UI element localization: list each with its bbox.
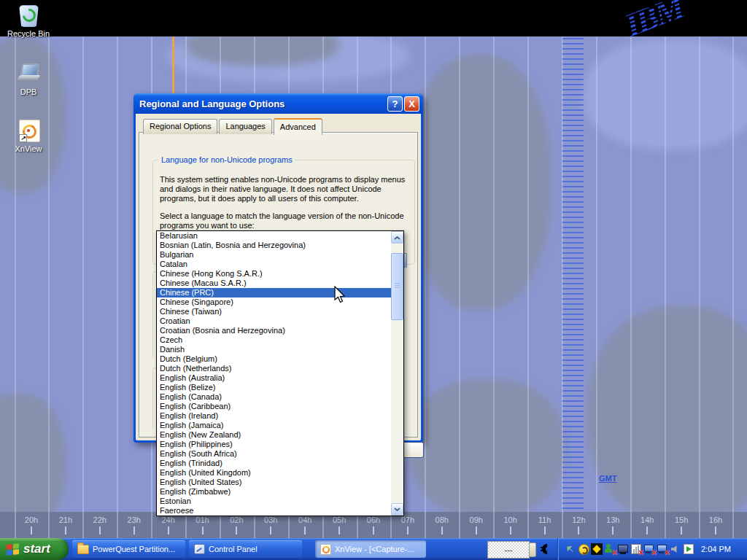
network-computers-icon[interactable] xyxy=(617,543,629,555)
safely-remove-icon[interactable] xyxy=(565,543,576,555)
language-option[interactable]: Chinese (Hong Kong S.A.R.) xyxy=(157,269,391,279)
scrollbar[interactable] xyxy=(391,231,403,516)
language-option[interactable]: English (Jamaica) xyxy=(157,421,391,430)
network-disconnected-icon[interactable]: × xyxy=(643,543,655,555)
tab-languages[interactable]: Languages xyxy=(219,119,271,134)
language-option[interactable]: English (Caribbean) xyxy=(157,402,391,411)
antivirus-icon[interactable] xyxy=(591,543,603,555)
help-button[interactable]: ? xyxy=(387,96,403,112)
language-option[interactable]: English (New Zealand) xyxy=(157,430,391,440)
language-option[interactable]: Catalan xyxy=(157,260,391,269)
taskbar-button-xnview[interactable]: XnView - [<Capture-... xyxy=(315,540,426,558)
language-option[interactable]: English (Ireland) xyxy=(157,411,391,421)
desktop: GMT 20h21h22h23h24h01h02h03h04h05h06h07h… xyxy=(0,0,747,560)
language-option[interactable]: Belarusian xyxy=(157,231,391,241)
language-option[interactable]: Danish xyxy=(157,345,391,354)
map-landmass xyxy=(0,36,66,193)
taskbar-clock[interactable]: 2:04 PM xyxy=(701,545,740,553)
language-option[interactable]: Chinese (Macau S.A.R.) xyxy=(157,279,391,288)
language-option[interactable]: English (Australia) xyxy=(157,373,391,383)
signal-disabled-icon[interactable]: × xyxy=(630,543,642,555)
wireless-disconnected-icon[interactable]: × xyxy=(657,543,668,555)
timezone-boundary xyxy=(732,36,734,512)
desk-band[interactable]: --- xyxy=(487,541,530,559)
language-option[interactable]: English (Canada) xyxy=(157,392,391,402)
tab-strip: Regional Options Languages Advanced xyxy=(143,118,324,134)
desk-band-grip[interactable] xyxy=(529,542,536,557)
desktop-icon-dpb[interactable]: DPB xyxy=(1,61,56,96)
language-list-items: BelarusianBosnian (Latin, Bosnia and Her… xyxy=(157,231,391,516)
language-option[interactable]: Dutch (Belgium) xyxy=(157,354,391,364)
hour-label: 13h xyxy=(606,516,619,524)
hour-tick xyxy=(441,526,443,534)
desktop-icon-label: XnView xyxy=(13,144,43,153)
hour-tick xyxy=(202,526,204,534)
language-option[interactable]: English (Philippines) xyxy=(157,440,391,449)
language-option[interactable]: Bulgarian xyxy=(157,250,391,260)
language-option[interactable]: Estonian xyxy=(157,497,391,506)
taskbar-button-control-panel[interactable]: Control Panel xyxy=(189,540,302,558)
language-option[interactable]: Czech xyxy=(157,335,391,345)
map-landmass xyxy=(409,55,551,310)
display-settings-icon[interactable] xyxy=(683,543,694,555)
scroll-down-button[interactable] xyxy=(391,503,403,516)
language-option[interactable]: Dutch (Netherlands) xyxy=(157,364,391,373)
hour-tick xyxy=(99,526,101,534)
hour-label: 24h xyxy=(161,516,174,524)
scrollbar-track[interactable] xyxy=(391,244,403,503)
language-option[interactable]: Croatian (Bosnia and Herzegovina) xyxy=(157,326,391,335)
hour-tick xyxy=(715,526,716,534)
hour-label: 06h xyxy=(367,516,380,524)
gmt-meridian-band xyxy=(562,38,584,512)
hour-tick xyxy=(168,526,169,534)
hour-tick xyxy=(646,526,648,534)
language-option[interactable]: Chinese (Taiwan) xyxy=(157,307,391,316)
hour-label: 14h xyxy=(640,516,654,524)
hour-tick xyxy=(510,526,511,534)
desktop-icon-recycle-bin[interactable]: Recycle Bin xyxy=(1,3,56,38)
volume-icon[interactable] xyxy=(670,543,681,555)
desktop-icon-label: DPB xyxy=(19,88,39,96)
timezone-boundary xyxy=(665,36,666,512)
folder-icon xyxy=(77,545,89,554)
desktop-icon-xnview[interactable]: ↗ XnView xyxy=(1,118,56,153)
hour-tick xyxy=(31,526,32,534)
taskbar-button-powerquest[interactable]: PowerQuest Partition... xyxy=(72,540,185,558)
hour-label: 11h xyxy=(538,516,551,524)
scroll-up-button[interactable] xyxy=(391,231,403,244)
hour-band-separator xyxy=(425,512,426,538)
language-option[interactable]: Bosnian (Latin, Bosnia and Herzegovina) xyxy=(157,241,391,250)
power-plug-icon[interactable] xyxy=(540,542,553,556)
tab-regional-options[interactable]: Regional Options xyxy=(143,119,217,134)
hour-band-separator xyxy=(699,512,700,538)
language-option[interactable]: English (South Africa) xyxy=(157,449,391,459)
language-option[interactable]: English (Zimbabwe) xyxy=(157,487,391,497)
language-option[interactable]: Chinese (Singapore) xyxy=(157,298,391,307)
tab-advanced[interactable]: Advanced xyxy=(274,118,322,135)
description-text: This system setting enables non-Unicode … xyxy=(160,175,417,203)
language-option[interactable]: English (United Kingdom) xyxy=(157,468,391,478)
language-option[interactable]: English (United States) xyxy=(157,478,391,487)
scrollbar-thumb[interactable] xyxy=(391,253,403,320)
language-option[interactable]: Chinese (PRC) xyxy=(157,288,391,298)
dialog-titlebar[interactable]: Regional and Language Options ? X xyxy=(133,93,423,114)
windows-logo-icon xyxy=(7,543,19,556)
hour-label: 03h xyxy=(264,516,277,524)
start-button[interactable]: start xyxy=(0,538,69,560)
hour-tick xyxy=(65,526,66,534)
language-option[interactable]: Croatian xyxy=(157,316,391,326)
hour-tick xyxy=(681,526,682,534)
hour-tick xyxy=(338,526,340,534)
hour-label: 09h xyxy=(470,516,483,524)
hour-band-separator xyxy=(562,512,563,538)
messenger-offline-icon[interactable]: × xyxy=(604,543,616,555)
hour-band-separator xyxy=(493,512,495,538)
hour-label: 02h xyxy=(230,516,243,524)
hour-label: 01h xyxy=(196,516,209,524)
language-option[interactable]: Faeroese xyxy=(157,506,391,516)
language-option[interactable]: English (Belize) xyxy=(157,383,391,392)
language-option[interactable]: English (Trinidad) xyxy=(157,459,391,468)
map-landmass xyxy=(409,379,565,518)
support-agent-icon[interactable] xyxy=(578,543,589,555)
close-button[interactable]: X xyxy=(404,96,419,112)
